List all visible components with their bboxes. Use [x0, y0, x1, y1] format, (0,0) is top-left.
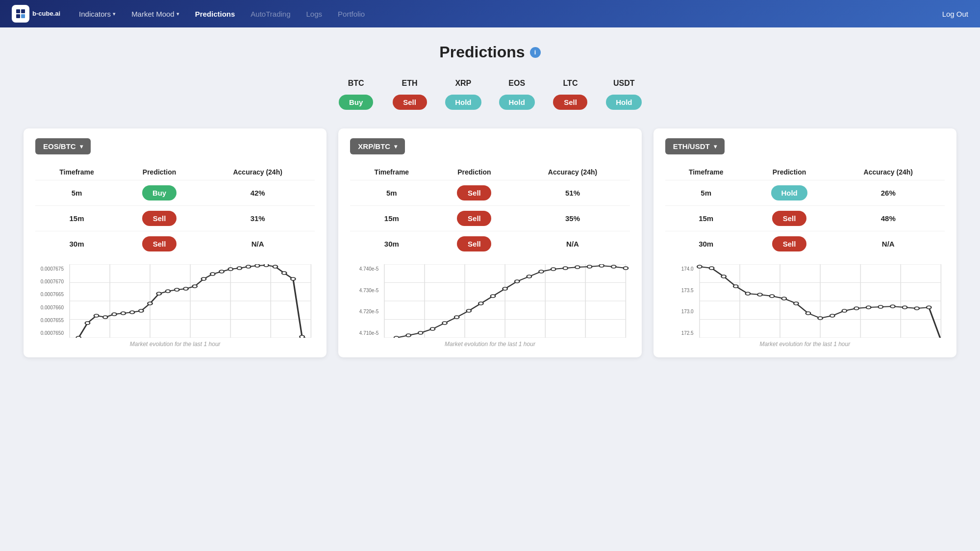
- logout-button[interactable]: Log Out: [942, 10, 968, 18]
- prediction-badge[interactable]: Sell: [772, 211, 806, 226]
- signal-badge[interactable]: Buy: [339, 95, 373, 110]
- chart-svg-area: [66, 264, 315, 338]
- card-ETH-USDT: ETH/USDT▾ Timeframe Prediction Accuracy …: [653, 128, 956, 357]
- card-EOS-BTC: EOS/BTC▾ Timeframe Prediction Accuracy (…: [24, 128, 327, 357]
- prediction-badge[interactable]: Hold: [771, 185, 807, 200]
- chart-caption: Market evolution for the last 1 hour: [35, 341, 315, 348]
- prediction-badge[interactable]: Sell: [457, 236, 491, 251]
- chart-wrapper: 0.00076750.00076700.00076650.00076600.00…: [35, 264, 315, 338]
- prediction-cell: Buy: [118, 180, 201, 206]
- currency-badge-usdt[interactable]: Hold: [597, 92, 651, 113]
- prediction-cell: Sell: [118, 206, 201, 231]
- currency-badge-eth[interactable]: Sell: [383, 92, 436, 113]
- nav-indicators[interactable]: Indicators ▾: [72, 6, 123, 22]
- svg-point-29: [183, 287, 188, 290]
- signal-badge[interactable]: Sell: [393, 95, 427, 110]
- currency-badge-xrp[interactable]: Hold: [436, 92, 490, 113]
- col-prediction: Prediction: [118, 164, 201, 180]
- timeframe-cell: 30m: [665, 231, 747, 257]
- col-prediction: Prediction: [747, 164, 832, 180]
- prediction-badge[interactable]: Buy: [142, 185, 176, 200]
- svg-point-18: [85, 322, 90, 325]
- svg-point-65: [491, 295, 496, 298]
- svg-point-26: [157, 292, 162, 295]
- col-accuracy: Accuracy (24h): [832, 164, 945, 180]
- svg-point-23: [130, 311, 135, 314]
- svg-point-94: [757, 293, 762, 296]
- timeframe-cell: 30m: [350, 231, 433, 257]
- currency-header-btc: BTC: [329, 75, 383, 92]
- chevron-down-icon: ▾: [714, 143, 717, 150]
- svg-point-28: [175, 288, 179, 291]
- svg-point-106: [902, 306, 907, 309]
- svg-point-102: [854, 307, 859, 310]
- svg-point-70: [551, 268, 556, 271]
- svg-point-35: [237, 267, 242, 270]
- nav-autotrading: AutoTrading: [244, 6, 297, 22]
- currency-badge-eos[interactable]: Hold: [490, 92, 544, 113]
- accuracy-cell: 26%: [832, 180, 945, 206]
- svg-point-25: [148, 302, 152, 305]
- svg-point-74: [600, 264, 604, 267]
- chevron-down-icon: ▾: [80, 143, 83, 150]
- svg-point-33: [219, 270, 224, 273]
- info-icon[interactable]: i: [530, 47, 541, 58]
- svg-point-71: [563, 267, 568, 270]
- pair-dropdown-1[interactable]: XRP/BTC▾: [350, 138, 405, 154]
- svg-point-101: [842, 309, 847, 312]
- accuracy-cell: N/A: [201, 231, 315, 257]
- table-row: 15m Sell 31%: [35, 206, 315, 231]
- nav-portfolio: Portfolio: [331, 6, 372, 22]
- pair-dropdown-0[interactable]: EOS/BTC▾: [35, 138, 91, 154]
- table-row: 30m Sell N/A: [350, 231, 629, 257]
- timeframe-cell: 15m: [35, 206, 118, 231]
- signal-badge[interactable]: Hold: [445, 95, 481, 110]
- svg-point-103: [866, 306, 871, 309]
- col-accuracy: Accuracy (24h): [515, 164, 629, 180]
- card-XRP-BTC: XRP/BTC▾ Timeframe Prediction Accuracy (…: [338, 128, 641, 357]
- prediction-badge[interactable]: Sell: [142, 211, 176, 226]
- svg-point-40: [282, 272, 287, 275]
- main-content: Predictions i BTC ETH XRP EOS LTC USDT B…: [0, 27, 980, 373]
- page-header: Predictions i: [24, 43, 956, 61]
- chart-svg: [696, 264, 945, 338]
- svg-point-99: [818, 317, 823, 320]
- signal-badge[interactable]: Hold: [499, 95, 535, 110]
- pair-dropdown-2[interactable]: ETH/USDT▾: [665, 138, 725, 154]
- prediction-badge[interactable]: Sell: [457, 185, 491, 200]
- svg-point-69: [539, 270, 544, 273]
- chart-caption: Market evolution for the last 1 hour: [665, 341, 945, 348]
- svg-point-108: [927, 306, 931, 309]
- prediction-badge[interactable]: Sell: [772, 236, 806, 251]
- chevron-down-icon: ▾: [176, 11, 179, 17]
- svg-point-37: [255, 264, 260, 267]
- svg-point-31: [201, 277, 206, 280]
- svg-point-17: [76, 336, 81, 338]
- nav-predictions[interactable]: Predictions: [188, 6, 242, 22]
- currency-badge-ltc[interactable]: Sell: [544, 92, 597, 113]
- prediction-cell: Sell: [433, 180, 515, 206]
- svg-point-62: [454, 316, 459, 319]
- col-timeframe: Timeframe: [665, 164, 747, 180]
- chevron-down-icon: ▾: [113, 11, 116, 17]
- accuracy-cell: 51%: [515, 180, 629, 206]
- prediction-cell: Sell: [433, 231, 515, 257]
- prediction-badge[interactable]: Sell: [142, 236, 176, 251]
- signal-badge[interactable]: Hold: [606, 95, 642, 110]
- svg-point-24: [139, 309, 144, 312]
- currency-badge-btc[interactable]: Buy: [329, 92, 383, 113]
- prediction-badge[interactable]: Sell: [457, 211, 491, 226]
- chart-svg: [380, 264, 629, 338]
- table-row: 30m Sell N/A: [665, 231, 945, 257]
- logo[interactable]: b-cube.ai: [12, 5, 60, 23]
- y-axis-labels: 0.00076750.00076700.00076650.00076600.00…: [35, 264, 64, 338]
- prediction-cell: Sell: [433, 206, 515, 231]
- accuracy-cell: 31%: [201, 206, 315, 231]
- nav-market-mood[interactable]: Market Mood ▾: [125, 6, 186, 22]
- svg-point-36: [246, 265, 251, 268]
- table-row: 15m Sell 35%: [350, 206, 629, 231]
- currency-header-xrp: XRP: [436, 75, 490, 92]
- signal-badge[interactable]: Sell: [553, 95, 587, 110]
- svg-point-67: [515, 280, 520, 283]
- chart-svg: [66, 264, 315, 338]
